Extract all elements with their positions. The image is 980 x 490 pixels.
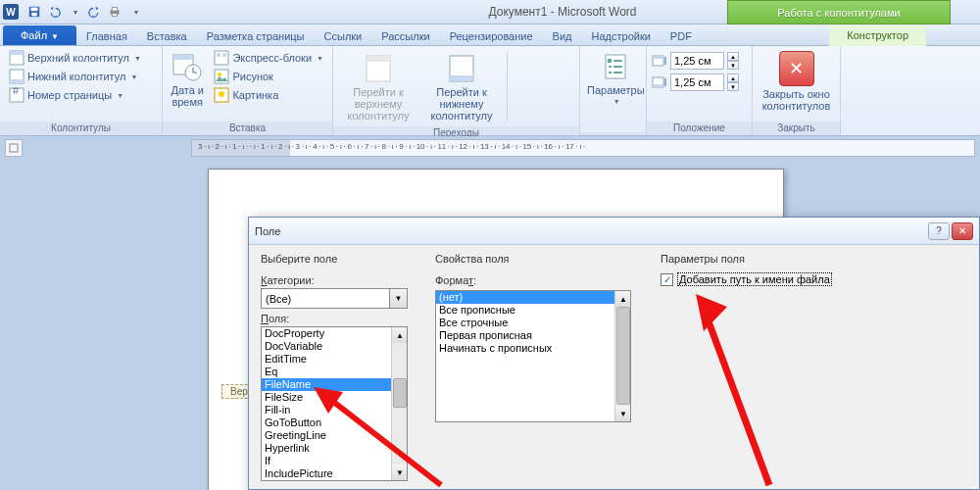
btn-page-number[interactable]: #Номер страницы▼ bbox=[5, 86, 145, 104]
word-icon: W bbox=[3, 4, 19, 20]
categories-combobox[interactable]: (Все) ▼ bbox=[261, 288, 408, 309]
ribbon: Верхний колонтитул▼ Нижний колонтитул▼ #… bbox=[0, 46, 980, 136]
svg-rect-29 bbox=[653, 56, 663, 59]
list-item[interactable]: Все строчные bbox=[436, 317, 630, 329]
spin-down[interactable]: ▼ bbox=[727, 82, 739, 91]
tab-review[interactable]: Рецензирование bbox=[440, 27, 543, 45]
field-options-section: Параметры поля ✓ Добавить путь к имени ф… bbox=[661, 253, 925, 481]
format-label: Формат: bbox=[435, 274, 643, 286]
group-options: Параметры▼ bbox=[580, 46, 647, 135]
list-item[interactable]: Начинать с прописных bbox=[436, 342, 630, 355]
list-item[interactable]: Первая прописная bbox=[436, 329, 630, 342]
svg-rect-7 bbox=[10, 51, 24, 55]
btn-options[interactable]: Параметры▼ bbox=[585, 49, 647, 107]
spin-up[interactable]: ▲ bbox=[727, 74, 739, 82]
qat-customize[interactable]: ▼ bbox=[127, 3, 145, 21]
list-item[interactable]: Fill-in bbox=[262, 404, 407, 416]
horizontal-ruler[interactable]: 3 · ı · 2 · ı · 1 · ı · · ı · 1 · ı · 2 … bbox=[191, 139, 975, 157]
list-item[interactable]: DocVariable bbox=[262, 340, 407, 353]
print-icon[interactable] bbox=[106, 3, 123, 21]
format-listbox[interactable]: (нет)Все прописныеВсе строчныеПервая про… bbox=[435, 290, 631, 422]
list-item[interactable]: EditTime bbox=[262, 353, 407, 366]
scroll-up[interactable]: ▲ bbox=[615, 291, 631, 307]
btn-goto-footer[interactable]: Перейти к нижнему колонтитулу bbox=[421, 51, 502, 123]
tab-layout[interactable]: Разметка страницы bbox=[197, 27, 315, 45]
undo-icon[interactable] bbox=[45, 3, 63, 21]
svg-rect-27 bbox=[608, 59, 612, 63]
dialog-title: Поле bbox=[255, 225, 928, 237]
tab-addins[interactable]: Надстройки bbox=[582, 27, 661, 45]
section-header: Параметры поля bbox=[661, 253, 925, 265]
btn-header[interactable]: Верхний колонтитул▼ bbox=[5, 49, 145, 67]
group-label: Колонтитулы bbox=[0, 122, 162, 135]
tab-designer[interactable]: Конструктор bbox=[829, 25, 926, 46]
scroll-thumb[interactable] bbox=[393, 378, 407, 408]
scrollbar[interactable]: ▲ ▼ bbox=[391, 327, 407, 480]
save-icon[interactable] bbox=[25, 3, 43, 21]
footer-from-bottom[interactable]: 1,25 см ▲▼ bbox=[652, 73, 739, 92]
fields-listbox[interactable]: DocPropertyDocVariableEditTimeEqFileName… bbox=[261, 326, 408, 481]
tab-file[interactable]: Файл▼ bbox=[3, 25, 76, 45]
svg-rect-5 bbox=[112, 14, 117, 17]
spin-down[interactable]: ▼ bbox=[727, 61, 739, 70]
list-item[interactable]: FileSize bbox=[262, 391, 407, 404]
svg-rect-4 bbox=[112, 8, 117, 12]
list-item[interactable]: DocProperty bbox=[262, 327, 407, 340]
section-header: Свойства поля bbox=[435, 253, 643, 265]
tab-insert[interactable]: Вставка bbox=[137, 27, 197, 45]
add-path-label: Добавить путь к имени файла bbox=[677, 272, 832, 286]
help-button[interactable]: ? bbox=[928, 222, 950, 240]
dialog-titlebar[interactable]: Поле ? ✕ bbox=[249, 218, 979, 245]
tab-view[interactable]: Вид bbox=[543, 27, 582, 45]
list-item[interactable]: Hyperlink bbox=[262, 442, 407, 455]
svg-rect-23 bbox=[367, 56, 390, 62]
btn-date-time[interactable]: Дата и время bbox=[168, 49, 207, 110]
checkbox-checked-icon[interactable]: ✓ bbox=[661, 273, 673, 286]
tab-pdf[interactable]: PDF bbox=[661, 27, 702, 45]
svg-rect-25 bbox=[450, 75, 473, 81]
group-label: Вставка bbox=[163, 122, 332, 135]
tab-mailings[interactable]: Рассылки bbox=[371, 27, 439, 45]
list-item[interactable]: GreetingLine bbox=[262, 429, 407, 442]
choose-field-section: Выберите поле Категории: (Все) ▼ Поля: D… bbox=[261, 253, 417, 481]
header-from-top[interactable]: 1,25 см ▲▼ bbox=[652, 51, 739, 71]
section-header: Выберите поле bbox=[261, 253, 417, 265]
undo-dropdown[interactable]: ▼ bbox=[67, 3, 84, 21]
quick-access-toolbar: ▼ ▼ bbox=[25, 3, 145, 21]
contextual-tab-header: Работа с колонтитулами bbox=[727, 0, 951, 24]
group-close: ✕ Закрыть окно колонтитулов Закрыть bbox=[753, 46, 841, 135]
scroll-down[interactable]: ▼ bbox=[392, 465, 408, 480]
svg-rect-31 bbox=[653, 84, 663, 87]
list-item[interactable]: If bbox=[262, 455, 407, 467]
scroll-down[interactable]: ▼ bbox=[615, 406, 631, 421]
chevron-down-icon[interactable]: ▼ bbox=[389, 289, 407, 308]
spin-up[interactable]: ▲ bbox=[727, 52, 739, 61]
btn-quick-parts[interactable]: Экспресс-блоки▼ bbox=[210, 49, 327, 67]
add-path-checkbox-row[interactable]: ✓ Добавить путь к имени файла bbox=[661, 272, 925, 286]
svg-rect-9 bbox=[10, 79, 24, 83]
list-item[interactable]: (нет) bbox=[436, 291, 630, 304]
list-item[interactable]: Eq bbox=[262, 366, 407, 378]
ruler-corner[interactable] bbox=[5, 139, 23, 157]
categories-label: Категории: bbox=[261, 274, 417, 286]
btn-clipart[interactable]: Картинка bbox=[210, 86, 327, 104]
btn-picture[interactable]: Рисунок bbox=[210, 68, 327, 85]
svg-rect-13 bbox=[173, 55, 193, 60]
list-item[interactable]: IncludePicture bbox=[262, 467, 407, 480]
tab-references[interactable]: Ссылки bbox=[315, 27, 372, 45]
tab-home[interactable]: Главная bbox=[76, 27, 137, 45]
scroll-up[interactable]: ▲ bbox=[392, 327, 408, 343]
btn-close-hf[interactable]: ✕ Закрыть окно колонтитулов bbox=[758, 49, 835, 114]
list-item[interactable]: IncludeText bbox=[262, 480, 407, 481]
redo-icon[interactable] bbox=[86, 3, 104, 21]
scroll-thumb[interactable] bbox=[616, 307, 630, 405]
list-item[interactable]: GoToButton bbox=[262, 416, 407, 429]
scrollbar[interactable]: ▲ ▼ bbox=[614, 291, 630, 421]
close-button[interactable]: ✕ bbox=[952, 222, 973, 240]
btn-goto-header[interactable]: Перейти к верхнему колонтитулу bbox=[338, 51, 418, 123]
btn-footer[interactable]: Нижний колонтитул▼ bbox=[5, 68, 145, 85]
svg-point-19 bbox=[218, 73, 221, 76]
list-item[interactable]: Все прописные bbox=[436, 304, 630, 317]
svg-rect-17 bbox=[222, 53, 226, 57]
list-item[interactable]: FileName bbox=[262, 378, 407, 391]
